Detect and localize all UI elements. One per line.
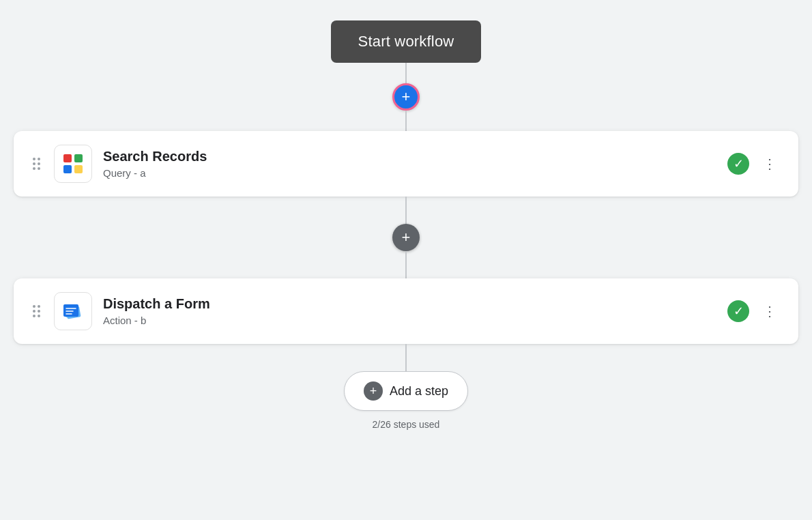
drag-dot <box>33 167 35 170</box>
drag-handle-row <box>33 305 40 308</box>
connector-line-5 <box>405 344 407 371</box>
connector-line-1 <box>405 63 407 83</box>
step1-subtitle: Query - a <box>103 167 716 179</box>
search-records-svg <box>59 150 87 177</box>
step2-more-menu-button[interactable]: ⋮ <box>757 299 782 323</box>
drag-handle-row <box>33 162 40 165</box>
step2-info: Dispatch a Form Action - b <box>103 296 716 326</box>
step1-more-menu-button[interactable]: ⋮ <box>757 151 782 176</box>
drag-dot <box>33 315 35 317</box>
step1-info: Search Records Query - a <box>103 149 716 179</box>
step2-title: Dispatch a Form <box>103 296 716 312</box>
step2-actions: ✓ ⋮ <box>727 299 782 323</box>
add-a-step-pill-button[interactable]: + Add a step <box>344 371 468 411</box>
add-before-first-step-button[interactable]: + <box>392 83 420 111</box>
plus-icon-dark: + <box>402 229 411 246</box>
drag-dot <box>38 158 40 160</box>
more-icon: ⋮ <box>763 303 777 319</box>
workflow-container: Start workflow + <box>14 20 798 430</box>
step2-status-check: ✓ <box>727 300 749 322</box>
step-icon-dispatch-form <box>54 292 92 330</box>
start-workflow-button[interactable]: Start workflow <box>331 20 482 63</box>
plus-text: + <box>370 384 377 399</box>
drag-dot <box>33 158 35 160</box>
drag-dot <box>33 305 35 308</box>
connector-line-3 <box>405 197 407 224</box>
connector-line-4 <box>405 251 407 278</box>
svg-rect-2 <box>63 165 72 173</box>
connector-line-2 <box>405 111 407 131</box>
svg-rect-0 <box>63 154 72 162</box>
svg-rect-6 <box>63 304 78 317</box>
drag-handle-row <box>33 158 40 160</box>
check-icon: ✓ <box>734 156 744 171</box>
steps-used-label: 2/26 steps used <box>373 419 440 430</box>
dispatch-form-svg <box>59 298 87 325</box>
drag-handle-step2[interactable] <box>30 302 43 320</box>
step-icon-search-records <box>54 145 92 183</box>
drag-dot <box>38 305 40 308</box>
drag-handle-row <box>33 167 40 170</box>
drag-dot <box>38 315 40 317</box>
check-icon: ✓ <box>734 304 744 319</box>
step1-status-check: ✓ <box>727 153 749 175</box>
drag-handle-row <box>33 315 40 317</box>
add-a-step-label: Add a step <box>390 384 448 399</box>
add-pill-plus-icon: + <box>364 381 383 401</box>
step-card-dispatch-form: Dispatch a Form Action - b ✓ ⋮ <box>14 278 798 344</box>
drag-handle-row <box>33 310 40 313</box>
step2-subtitle: Action - b <box>103 315 716 326</box>
drag-handle-step1[interactable] <box>30 155 43 173</box>
drag-dot <box>33 162 35 165</box>
drag-dot <box>38 162 40 165</box>
drag-dot <box>33 310 35 313</box>
drag-dot <box>38 167 40 170</box>
step1-title: Search Records <box>103 149 716 164</box>
svg-rect-1 <box>74 154 83 162</box>
more-icon: ⋮ <box>763 156 777 172</box>
plus-icon: + <box>402 88 411 106</box>
step1-actions: ✓ ⋮ <box>727 151 782 176</box>
step-card-search-records: Search Records Query - a ✓ ⋮ <box>14 131 798 197</box>
svg-rect-3 <box>74 165 83 173</box>
add-between-steps-button[interactable]: + <box>392 224 420 251</box>
drag-dot <box>38 310 40 313</box>
